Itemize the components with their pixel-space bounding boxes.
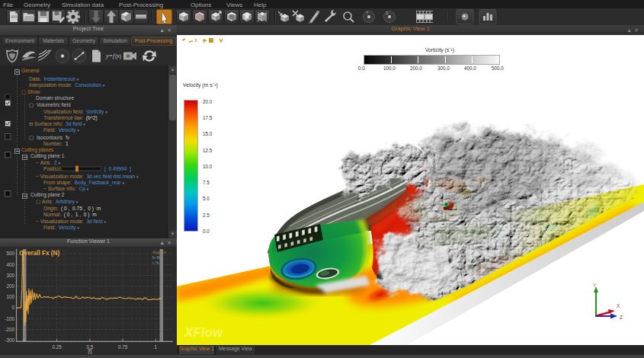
svg-text:y=f: y=f [105, 53, 116, 59]
svg-text:X: X [617, 303, 620, 308]
svg-text:XFlow: XFlow [184, 325, 224, 340]
svg-text:AVI: AVI [11, 14, 18, 19]
svg-text:(x): (x) [115, 53, 121, 59]
svg-text:0: 0 [11, 305, 14, 310]
svg-text:0.75: 0.75 [118, 344, 128, 350]
svg-text:Z: Z [620, 315, 623, 320]
svg-text:-300: -300 [5, 337, 14, 343]
svg-text:500: 500 [6, 251, 14, 256]
svg-text:[t]: [t] [88, 348, 91, 354]
svg-text:?: ? [366, 11, 368, 15]
svg-text:Overall Fx (N): Overall Fx (N) [19, 250, 60, 257]
svg-text:-200: -200 [5, 327, 14, 332]
svg-text:Y: Y [593, 283, 597, 288]
svg-text:200: 200 [6, 283, 14, 289]
svg-text:1: 1 [155, 344, 158, 350]
svg-text:100: 100 [6, 294, 14, 299]
svg-text:t: fb: t: fb [152, 261, 159, 265]
svg-text:-100: -100 [5, 316, 14, 321]
svg-text:300: 300 [6, 273, 14, 278]
svg-text:400: 400 [6, 262, 14, 267]
svg-text:b: fb: b: fb [152, 255, 160, 260]
svg-text:0.25: 0.25 [53, 344, 62, 350]
svg-text:Avg: Fx: Avg: Fx [152, 250, 166, 254]
